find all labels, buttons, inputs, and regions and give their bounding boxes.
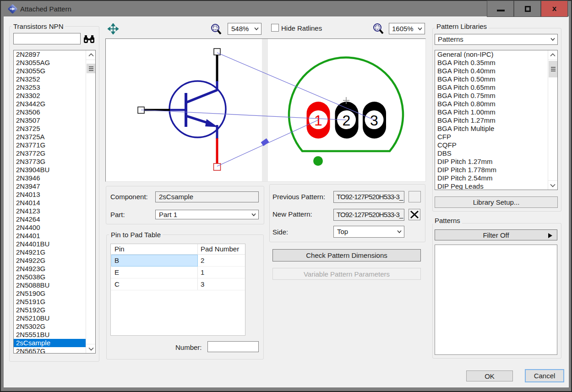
svg-text:2: 2 [343,112,351,129]
svg-text:3: 3 [370,112,378,129]
